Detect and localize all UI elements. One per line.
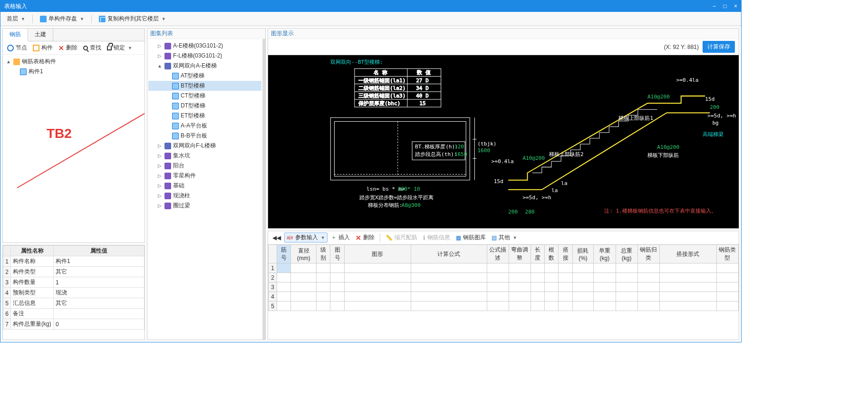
- atlas-item[interactable]: ET型楼梯: [148, 111, 261, 121]
- grid-cell[interactable]: [509, 273, 530, 282]
- grid-cell[interactable]: [559, 263, 572, 273]
- grid-cell[interactable]: [509, 302, 530, 311]
- grid-cell[interactable]: [616, 302, 637, 311]
- grid-cell[interactable]: [530, 273, 544, 282]
- tab-civil[interactable]: 土建: [28, 29, 53, 41]
- grid-cell[interactable]: [594, 302, 616, 311]
- grid-cell[interactable]: [291, 263, 317, 273]
- grid-row[interactable]: 5: [269, 302, 739, 311]
- grid-cell[interactable]: [317, 282, 330, 292]
- grid-cell[interactable]: [545, 302, 559, 311]
- expand-icon[interactable]: ▷: [157, 143, 163, 148]
- atlas-item[interactable]: ▷零星构件: [148, 171, 261, 181]
- prop-value[interactable]: 其它: [54, 298, 145, 309]
- grid-cell[interactable]: [637, 263, 659, 273]
- grid-cell[interactable]: [509, 282, 530, 292]
- close-button[interactable]: ×: [734, 3, 737, 10]
- grid-cell[interactable]: [277, 292, 291, 302]
- grid-cell[interactable]: [344, 263, 411, 273]
- grid-row[interactable]: 4: [269, 292, 739, 302]
- component-button[interactable]: 构件: [30, 43, 55, 53]
- grid-cell[interactable]: [344, 302, 411, 311]
- grid-cell[interactable]: [637, 282, 659, 292]
- grid-cell[interactable]: [545, 292, 559, 302]
- grid-col-header[interactable]: 单重(kg): [594, 245, 616, 263]
- grid-cell[interactable]: [487, 292, 509, 302]
- grid-cell[interactable]: [572, 302, 593, 311]
- expand-icon[interactable]: ▲: [157, 63, 163, 68]
- prop-row[interactable]: 6备注: [3, 309, 145, 319]
- grid-cell[interactable]: [545, 273, 559, 282]
- grid-col-header[interactable]: 级别: [317, 245, 330, 263]
- grid-cell[interactable]: [716, 302, 738, 311]
- grid-cell[interactable]: [594, 282, 616, 292]
- grid-cell[interactable]: [572, 263, 593, 273]
- expand-icon[interactable]: ▷: [157, 153, 163, 158]
- prop-value[interactable]: 1: [54, 277, 145, 288]
- grid-col-header[interactable]: 钢筋归类: [637, 245, 659, 263]
- drawing-canvas[interactable]: 双网双向--BT型楼梯: 名 称 数 值 一级钢筋锚固(la1)27 D: [268, 55, 739, 228]
- grid-cell[interactable]: [530, 282, 544, 292]
- grid-cell[interactable]: [344, 273, 411, 282]
- grid-cell[interactable]: [545, 282, 559, 292]
- grid-cell[interactable]: [572, 292, 593, 302]
- grid-col-header[interactable]: 筋号: [277, 245, 291, 263]
- grid-cell[interactable]: [616, 273, 637, 282]
- expand-icon[interactable]: ▷: [157, 183, 163, 188]
- atlas-item[interactable]: ▷集水坑: [148, 151, 261, 161]
- atlas-item[interactable]: ▷双网双向F-L楼梯: [148, 141, 261, 151]
- grid-cell[interactable]: [291, 282, 317, 292]
- expand-icon[interactable]: ▷: [157, 53, 163, 58]
- grid-cell[interactable]: [487, 263, 509, 273]
- rebar-library-button[interactable]: ▦钢筋图库: [453, 233, 488, 243]
- grid-cell[interactable]: [277, 263, 291, 273]
- delete-button[interactable]: ✕删除: [56, 43, 80, 53]
- grid-cell[interactable]: [559, 302, 572, 311]
- grid-row[interactable]: 3: [269, 282, 739, 292]
- grid-cell[interactable]: [291, 302, 317, 311]
- grid-row[interactable]: 1: [269, 263, 739, 273]
- grid-cell[interactable]: [572, 282, 593, 292]
- grid-cell[interactable]: [344, 282, 411, 292]
- tree-root[interactable]: ▲ 钢筋表格构件: [4, 57, 144, 67]
- properties-table[interactable]: 属性名称 属性值 1构件名称构件12构件类型其它3构件数量14预制类型现浇5汇总…: [3, 245, 145, 330]
- grid-cell[interactable]: [411, 282, 487, 292]
- save-single-button[interactable]: 单构件存盘 ▼: [37, 13, 87, 24]
- grid-cell[interactable]: [330, 263, 344, 273]
- grid-cell[interactable]: [530, 263, 544, 273]
- grid-cell[interactable]: [277, 273, 291, 282]
- rebar-grid[interactable]: 筋号直径(mm)级别图号图形计算公式公式描述弯曲调整长度根数搭接损耗(%)单重(…: [268, 244, 739, 311]
- atlas-item[interactable]: ▷圈过梁: [148, 201, 261, 211]
- grid-cell[interactable]: [317, 273, 330, 282]
- prop-value[interactable]: 其它: [54, 267, 145, 277]
- copy-to-floors-button[interactable]: 复制构件到其它楼层 ▼: [96, 13, 169, 24]
- prop-row[interactable]: 5汇总信息其它: [3, 298, 145, 309]
- grid-cell[interactable]: [317, 292, 330, 302]
- prop-row[interactable]: 2构件类型其它: [3, 267, 145, 277]
- grid-cell[interactable]: [411, 292, 487, 302]
- grid-cell[interactable]: [659, 282, 716, 292]
- grid-cell[interactable]: [572, 273, 593, 282]
- expand-icon[interactable]: ▷: [157, 203, 163, 208]
- grid-cell[interactable]: [559, 273, 572, 282]
- grid-cell[interactable]: [545, 263, 559, 273]
- collapse-icon[interactable]: ▲: [6, 59, 11, 64]
- grid-cell[interactable]: [411, 273, 487, 282]
- grid-cell[interactable]: [411, 263, 487, 273]
- grid-cell[interactable]: [559, 292, 572, 302]
- grid-col-header[interactable]: 损耗(%): [572, 245, 593, 263]
- grid-cell[interactable]: [616, 263, 637, 273]
- grid-cell[interactable]: [716, 273, 738, 282]
- grid-col-header[interactable]: 钢筋类型: [716, 245, 738, 263]
- expand-icon[interactable]: ▷: [157, 43, 163, 49]
- grid-col-header[interactable]: 搭接形式: [659, 245, 716, 263]
- atlas-tree[interactable]: ▷A-E楼梯(03G101-2)▷F-L楼梯(03G101-2)▲双网双向A-E…: [147, 39, 265, 340]
- lock-dropdown[interactable]: 锁定▼: [105, 43, 135, 53]
- grid-col-header[interactable]: 搭接: [559, 245, 572, 263]
- grid-cell[interactable]: [716, 292, 738, 302]
- other-dropdown[interactable]: ▤其他▼: [489, 233, 520, 243]
- grid-col-header[interactable]: 根数: [545, 245, 559, 263]
- grid-cell[interactable]: [330, 282, 344, 292]
- prop-row[interactable]: 3构件数量1: [3, 277, 145, 288]
- grid-cell[interactable]: [509, 263, 530, 273]
